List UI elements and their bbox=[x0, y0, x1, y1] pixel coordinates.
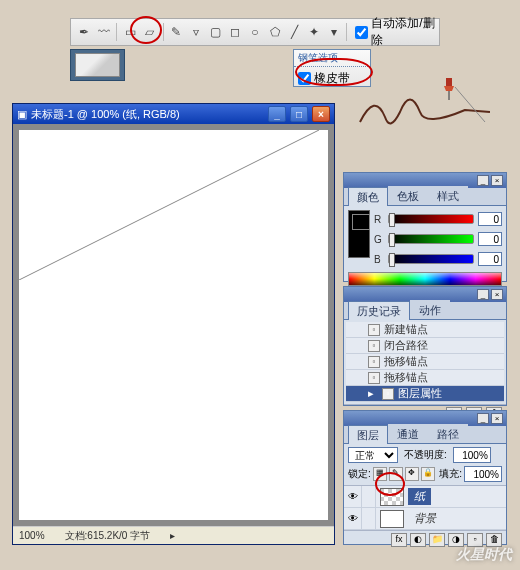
rounded-rect-icon[interactable]: ◻ bbox=[226, 22, 244, 42]
link-col[interactable] bbox=[362, 486, 376, 507]
layers-panel: _ × 图层 通道 路径 正常 不透明度: 锁定: ▦ ✎ ✥ 🔒 填充: 👁 … bbox=[343, 410, 507, 545]
options-dropdown-icon[interactable]: ▾ bbox=[325, 22, 343, 42]
layer-thumbnail[interactable] bbox=[380, 488, 404, 506]
line-tool-icon[interactable]: ╱ bbox=[285, 22, 303, 42]
visibility-toggle[interactable]: 👁 bbox=[344, 486, 362, 507]
watermark: 火星时代 bbox=[456, 546, 512, 564]
visibility-toggle[interactable]: 👁 bbox=[344, 508, 362, 529]
divider bbox=[346, 23, 347, 41]
tab-swatches[interactable]: 色板 bbox=[388, 186, 428, 205]
freeform-pen-icon[interactable]: 〰 bbox=[95, 22, 113, 42]
status-menu-icon[interactable]: ▸ bbox=[170, 530, 175, 541]
tab-history[interactable]: 历史记录 bbox=[348, 301, 410, 320]
color-panel-tabs: 颜色 色板 样式 bbox=[344, 188, 506, 206]
panel-close-icon[interactable]: × bbox=[491, 289, 503, 300]
layer-item[interactable]: 👁 纸 bbox=[344, 486, 506, 508]
anchor-pen-icon[interactable]: ✎ bbox=[167, 22, 185, 42]
svg-marker-1 bbox=[444, 86, 454, 91]
close-button[interactable]: × bbox=[312, 106, 330, 122]
link-col[interactable] bbox=[362, 508, 376, 529]
layer-style-icon[interactable]: fx bbox=[391, 533, 407, 547]
pen-tool-icon[interactable]: ✒ bbox=[75, 22, 93, 42]
new-group-icon[interactable]: 📁 bbox=[429, 533, 445, 547]
history-item[interactable]: ▫新建锚点 bbox=[346, 322, 504, 338]
color-body: R G B bbox=[344, 206, 506, 290]
panel-minimize-icon[interactable]: _ bbox=[477, 175, 489, 186]
history-item-active[interactable]: ▸▫图层属性 bbox=[346, 386, 504, 402]
b-slider[interactable] bbox=[388, 254, 474, 264]
layer-controls: 正常 不透明度: 锁定: ▦ ✎ ✥ 🔒 填充: bbox=[344, 444, 506, 486]
panel-minimize-icon[interactable]: _ bbox=[477, 289, 489, 300]
g-slider[interactable] bbox=[388, 234, 474, 244]
history-item[interactable]: ▫闭合路径 bbox=[346, 338, 504, 354]
lock-label: 锁定: bbox=[348, 467, 371, 481]
b-value-input[interactable] bbox=[478, 252, 502, 266]
g-label: G bbox=[374, 234, 384, 245]
tab-paths[interactable]: 路径 bbox=[428, 424, 468, 443]
window-title: 未标题-1 @ 100% (纸, RGB/8) bbox=[31, 107, 180, 122]
color-spectrum[interactable] bbox=[348, 272, 502, 286]
custom-shape-icon[interactable]: ✦ bbox=[305, 22, 323, 42]
layer-mask-icon[interactable]: ◐ bbox=[410, 533, 426, 547]
tab-channels[interactable]: 通道 bbox=[388, 424, 428, 443]
app-icon: ▣ bbox=[17, 108, 27, 121]
panel-close-icon[interactable]: × bbox=[491, 413, 503, 424]
fill-input[interactable] bbox=[464, 466, 502, 482]
convert-point-icon[interactable]: ▿ bbox=[187, 22, 205, 42]
history-item[interactable]: ▫拖移锚点 bbox=[346, 370, 504, 386]
history-panel-tabs: 历史记录 动作 bbox=[344, 302, 506, 320]
r-value-input[interactable] bbox=[478, 212, 502, 226]
panel-minimize-icon[interactable]: _ bbox=[477, 413, 489, 424]
polygon-tool-icon[interactable]: ⬠ bbox=[266, 22, 284, 42]
rubber-band-checkbox[interactable] bbox=[298, 72, 311, 85]
maximize-button[interactable]: □ bbox=[290, 106, 308, 122]
lock-transparency-icon[interactable]: ▦ bbox=[373, 467, 387, 481]
tab-layers[interactable]: 图层 bbox=[348, 425, 388, 444]
tab-actions[interactable]: 动作 bbox=[410, 300, 450, 319]
g-value-input[interactable] bbox=[478, 232, 502, 246]
r-slider[interactable] bbox=[388, 214, 474, 224]
lock-pixels-icon[interactable]: ✎ bbox=[389, 467, 403, 481]
shape-rect-icon[interactable]: ▭ bbox=[121, 22, 139, 42]
shape-path-icon[interactable]: ▱ bbox=[141, 22, 159, 42]
ellipse-tool-icon[interactable]: ○ bbox=[246, 22, 264, 42]
layer-name[interactable]: 纸 bbox=[408, 488, 431, 505]
blend-mode-select[interactable]: 正常 bbox=[348, 447, 398, 463]
canvas[interactable] bbox=[19, 130, 328, 520]
rubber-band-label: 橡皮带 bbox=[314, 70, 350, 87]
history-item[interactable]: ▫拖移锚点 bbox=[346, 354, 504, 370]
layer-thumbnail[interactable] bbox=[380, 510, 404, 528]
layers-panel-tabs: 图层 通道 路径 bbox=[344, 426, 506, 444]
title-bar: ▣ 未标题-1 @ 100% (纸, RGB/8) _ □ × bbox=[13, 104, 334, 124]
tool-preset-thumb[interactable] bbox=[75, 53, 120, 77]
history-step-icon: ▫ bbox=[382, 388, 394, 400]
foreground-background-swatch[interactable] bbox=[348, 210, 370, 258]
rect-tool-icon[interactable]: ▢ bbox=[207, 22, 225, 42]
opacity-input[interactable] bbox=[453, 447, 491, 463]
zoom-level[interactable]: 100% bbox=[19, 530, 45, 541]
fill-label: 填充: bbox=[439, 467, 462, 481]
doc-info: 文档:615.2K/0 字节 bbox=[65, 529, 151, 543]
adjustment-layer-icon[interactable]: ◑ bbox=[448, 533, 464, 547]
delete-layer-icon[interactable]: 🗑 bbox=[486, 533, 502, 547]
path-line bbox=[19, 130, 319, 280]
history-list: ▫新建锚点 ▫闭合路径 ▫拖移锚点 ▫拖移锚点 ▸▫图层属性 bbox=[344, 320, 506, 404]
layer-item[interactable]: 👁 背景 bbox=[344, 508, 506, 530]
auto-add-remove-option[interactable]: 自动添加/删除 bbox=[355, 15, 435, 49]
status-bar: 100% 文档:615.2K/0 字节 ▸ bbox=[13, 526, 334, 544]
new-layer-icon[interactable]: ▫ bbox=[467, 533, 483, 547]
lock-position-icon[interactable]: ✥ bbox=[405, 467, 419, 481]
layer-name[interactable]: 背景 bbox=[408, 510, 442, 527]
panel-close-icon[interactable]: × bbox=[491, 175, 503, 186]
history-step-icon: ▫ bbox=[368, 356, 380, 368]
tab-color[interactable]: 颜色 bbox=[348, 187, 388, 206]
svg-rect-0 bbox=[446, 78, 452, 86]
color-panel: _ × 颜色 色板 样式 R G B bbox=[343, 172, 507, 282]
tab-styles[interactable]: 样式 bbox=[428, 186, 468, 205]
history-panel: _ × 历史记录 动作 ▫新建锚点 ▫闭合路径 ▫拖移锚点 ▫拖移锚点 ▸▫图层… bbox=[343, 286, 507, 406]
minimize-button[interactable]: _ bbox=[268, 106, 286, 122]
auto-add-remove-label: 自动添加/删除 bbox=[371, 15, 435, 49]
lock-all-icon[interactable]: 🔒 bbox=[421, 467, 435, 481]
auto-add-remove-checkbox[interactable] bbox=[355, 26, 368, 39]
layer-list: 👁 纸 👁 背景 bbox=[344, 486, 506, 530]
